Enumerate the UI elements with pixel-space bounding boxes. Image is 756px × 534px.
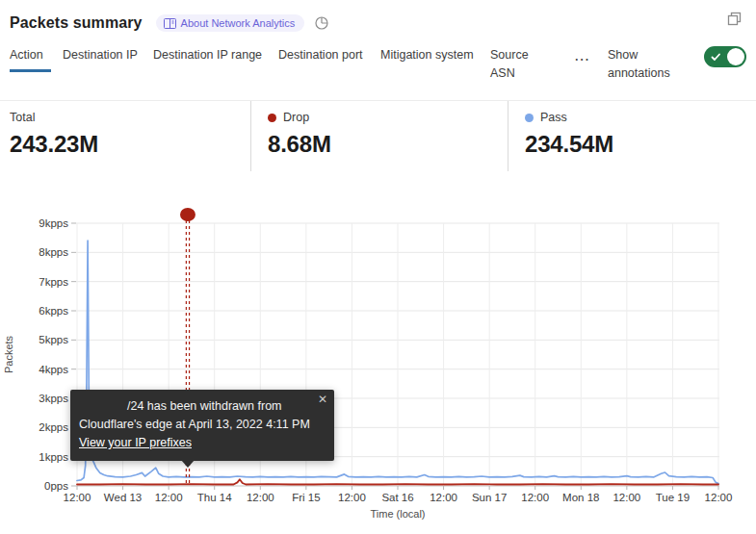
svg-text:12:00: 12:00 bbox=[430, 492, 457, 503]
svg-text:0pps: 0pps bbox=[44, 480, 68, 492]
svg-text:Sun 17: Sun 17 bbox=[472, 492, 507, 503]
stat-drop-label: Drop bbox=[283, 111, 309, 124]
toggle-knob bbox=[727, 48, 744, 65]
pie-chart-icon bbox=[314, 15, 329, 31]
annotation-tooltip: ✕ /24 has been withdrawn from Cloudflare… bbox=[70, 390, 334, 461]
panel-header: Packets summary About Network Analytics bbox=[0, 0, 756, 37]
svg-text:1kpps: 1kpps bbox=[39, 451, 68, 463]
stat-total: Total 243.23M bbox=[0, 101, 250, 171]
stat-total-label: Total bbox=[10, 111, 35, 124]
svg-text:12:00: 12:00 bbox=[705, 492, 733, 503]
check-icon bbox=[711, 51, 721, 65]
svg-text:Fri 15: Fri 15 bbox=[292, 492, 320, 503]
tab-mitigation-system[interactable]: Mitigation system bbox=[380, 44, 479, 69]
tooltip-caret bbox=[181, 460, 195, 468]
dimension-tabs: Action Destination IP Destination IP ran… bbox=[0, 44, 756, 94]
stat-pass: Pass 234.54M bbox=[508, 101, 756, 171]
svg-text:12:00: 12:00 bbox=[155, 492, 183, 503]
tab-destination-ip-range[interactable]: Destination IP range bbox=[153, 44, 267, 69]
svg-text:4kpps: 4kpps bbox=[39, 364, 68, 375]
tab-source-asn[interactable]: Source ASN bbox=[490, 44, 543, 89]
packets-chart: 0pps1kpps2kpps3kpps4kpps5kpps6kpps7kpps8… bbox=[0, 191, 756, 534]
svg-text:6kpps: 6kpps bbox=[39, 305, 68, 317]
stat-pass-value: 234.54M bbox=[525, 131, 756, 158]
svg-text:Tue 19: Tue 19 bbox=[656, 492, 690, 503]
book-icon bbox=[164, 18, 176, 29]
drop-legend-dot bbox=[268, 114, 276, 122]
svg-text:9kpps: 9kpps bbox=[39, 217, 68, 229]
stat-drop: Drop 8.68M bbox=[250, 101, 508, 171]
chart-area: 0pps1kpps2kpps3kpps4kpps5kpps6kpps7kpps8… bbox=[0, 191, 756, 534]
svg-text:5kpps: 5kpps bbox=[39, 334, 68, 345]
svg-text:12:00: 12:00 bbox=[338, 492, 366, 503]
stat-total-value: 243.23M bbox=[10, 131, 250, 158]
close-icon[interactable]: ✕ bbox=[318, 394, 327, 405]
svg-text:Time (local): Time (local) bbox=[370, 508, 425, 520]
svg-text:8kpps: 8kpps bbox=[39, 246, 68, 258]
view-ip-prefixes-link[interactable]: View your IP prefixes bbox=[79, 436, 192, 449]
expand-window-icon[interactable] bbox=[724, 9, 744, 32]
svg-text:Mon 18: Mon 18 bbox=[562, 492, 599, 503]
tab-destination-ip[interactable]: Destination IP bbox=[63, 44, 142, 69]
page-title: Packets summary bbox=[10, 14, 143, 32]
tab-destination-port[interactable]: Destination port bbox=[278, 44, 369, 69]
svg-text:Packets: Packets bbox=[3, 335, 14, 373]
svg-text:3kpps: 3kpps bbox=[39, 393, 68, 404]
tab-action[interactable]: Action bbox=[10, 44, 51, 72]
stat-pass-label: Pass bbox=[540, 111, 567, 124]
tabs-overflow-icon[interactable]: ⋯ bbox=[574, 50, 590, 68]
summary-stats: Total 243.23M Drop 8.68M Pass 234.54M bbox=[0, 100, 756, 171]
svg-text:Wed 13: Wed 13 bbox=[104, 492, 142, 503]
show-annotations-toggle[interactable] bbox=[704, 46, 746, 67]
svg-text:2kpps: 2kpps bbox=[39, 421, 68, 433]
show-annotations-label: Show annotations bbox=[608, 44, 689, 84]
svg-text:7kpps: 7kpps bbox=[39, 276, 68, 288]
tooltip-line1: /24 has been withdrawn from bbox=[79, 397, 323, 416]
svg-text:12:00: 12:00 bbox=[521, 492, 549, 503]
tooltip-line2: Cloudflare's edge at April 13, 2022 4:11… bbox=[79, 416, 323, 434]
stat-drop-value: 8.68M bbox=[268, 131, 508, 158]
svg-text:12:00: 12:00 bbox=[64, 492, 91, 503]
svg-text:12:00: 12:00 bbox=[247, 492, 274, 503]
svg-text:12:00: 12:00 bbox=[613, 492, 640, 503]
svg-text:Thu 14: Thu 14 bbox=[197, 492, 232, 503]
svg-text:Sat 16: Sat 16 bbox=[381, 492, 413, 503]
pass-legend-dot bbox=[525, 114, 534, 122]
about-network-analytics-badge[interactable]: About Network Analytics bbox=[156, 14, 305, 32]
badge-label: About Network Analytics bbox=[181, 17, 296, 29]
